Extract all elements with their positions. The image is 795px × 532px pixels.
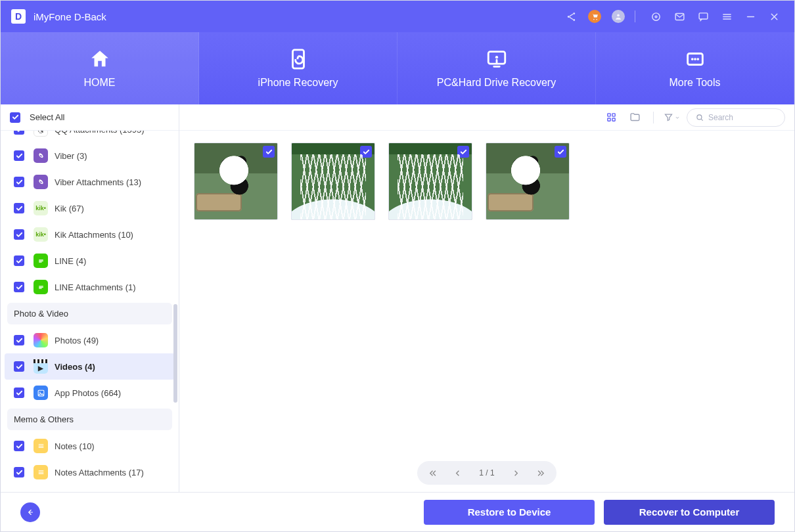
item-label: Photos (49) xyxy=(55,336,99,345)
item-checkbox[interactable] xyxy=(14,361,24,372)
tab-label: iPhone Recovery xyxy=(258,77,338,89)
notesatt-icon xyxy=(34,465,48,479)
select-all-checkbox[interactable] xyxy=(10,112,20,123)
sidebar-item[interactable]: Viber Attachments (13) xyxy=(1,169,179,195)
item-checkbox[interactable] xyxy=(14,282,24,292)
back-button[interactable] xyxy=(20,502,40,522)
avatar-icon[interactable] xyxy=(608,7,628,26)
tab-iphone-recovery[interactable]: iPhone Recovery xyxy=(199,32,398,104)
app-title: iMyFone D-Back xyxy=(34,11,106,22)
recover-to-computer-button[interactable]: Recover to Computer xyxy=(604,500,775,525)
mail-icon[interactable] xyxy=(670,7,689,26)
thumb-checkbox[interactable] xyxy=(457,146,469,158)
item-label: Notes Attachments (17) xyxy=(55,468,144,477)
home-icon xyxy=(89,48,111,70)
content-area: 1 / 1 xyxy=(179,104,794,492)
viber-icon xyxy=(34,148,48,163)
select-all-label: Select All xyxy=(30,112,64,122)
thumb-checkbox[interactable] xyxy=(263,146,275,158)
filter-icon[interactable] xyxy=(663,108,681,127)
sidebar-item[interactable]: kik•Kik (67) xyxy=(1,195,179,221)
titlebar: D iMyFone D-Back xyxy=(1,1,794,32)
pager-first-icon[interactable] xyxy=(425,466,440,480)
item-checkbox[interactable] xyxy=(14,335,24,345)
videos-icon: ▶ xyxy=(34,359,48,374)
sidebar-group-header: Memo & Others xyxy=(7,409,172,430)
item-checkbox[interactable] xyxy=(14,131,24,135)
minimize-icon[interactable] xyxy=(740,7,760,26)
item-checkbox[interactable] xyxy=(14,441,24,451)
sidebar-item[interactable]: LINE (4) xyxy=(1,248,179,274)
item-checkbox[interactable] xyxy=(14,255,24,266)
select-all-row[interactable]: Select All xyxy=(1,104,179,131)
feedback-icon[interactable] xyxy=(693,7,713,26)
item-label: Notes (10) xyxy=(55,441,95,451)
sidebar-item[interactable]: Photos (49) xyxy=(1,327,179,353)
sidebar: Select All 🐧QQ Attachments (1595)Viber (… xyxy=(1,104,179,492)
sidebar-item[interactable]: LINE Attachments (1) xyxy=(1,274,179,300)
sidebar-group-header: Photo & Video xyxy=(7,303,172,324)
sidebar-item[interactable]: ▶Videos (4) xyxy=(5,353,175,380)
pager-last-icon[interactable] xyxy=(534,466,549,480)
item-checkbox[interactable] xyxy=(14,177,24,187)
phone-icon xyxy=(287,48,309,70)
item-checkbox[interactable] xyxy=(14,388,24,398)
tab-more-tools[interactable]: More Tools xyxy=(596,32,794,104)
tab-pc-recovery[interactable]: PC&Hard Drive Recovery xyxy=(398,32,596,104)
item-checkbox[interactable] xyxy=(14,150,24,161)
pager-next-icon[interactable] xyxy=(509,466,524,480)
sidebar-item[interactable]: 🐧QQ Attachments (1595) xyxy=(1,131,179,143)
app-logo: D xyxy=(11,9,26,24)
thumb-checkbox[interactable] xyxy=(555,146,566,158)
item-label: App Photos (664) xyxy=(55,388,121,398)
sidebar-scroll[interactable]: 🐧QQ Attachments (1595)Viber (3)Viber Att… xyxy=(1,131,179,492)
cart-icon[interactable] xyxy=(585,7,604,26)
scrollbar-thumb[interactable] xyxy=(173,304,177,403)
tab-label: HOME xyxy=(84,77,116,89)
search-input[interactable] xyxy=(708,113,771,122)
qq-icon: 🐧 xyxy=(34,131,48,137)
kik-icon: kik• xyxy=(34,227,48,242)
grid-view-icon[interactable] xyxy=(602,108,620,127)
restore-to-device-button[interactable]: Restore to Device xyxy=(424,500,595,525)
tab-label: PC&Hard Drive Recovery xyxy=(437,77,556,89)
video-thumbnail[interactable] xyxy=(486,143,570,220)
video-thumbnail[interactable] xyxy=(194,143,278,220)
sidebar-item[interactable]: App Photos (664) xyxy=(1,380,179,406)
drive-icon xyxy=(486,48,508,70)
tab-home[interactable]: HOME xyxy=(1,32,199,104)
item-checkbox[interactable] xyxy=(14,203,24,213)
item-label: LINE Attachments (1) xyxy=(55,282,136,292)
search-box[interactable] xyxy=(687,108,785,127)
sidebar-item[interactable]: Notes Attachments (17) xyxy=(1,459,179,485)
app-window: D iMyFone D-Back HOME iPhone Recovery PC… xyxy=(0,0,795,532)
item-label: Kik (67) xyxy=(55,204,84,213)
menu-icon[interactable] xyxy=(717,7,737,26)
item-checkbox[interactable] xyxy=(14,229,24,240)
notes-icon xyxy=(34,439,48,453)
viber-icon xyxy=(34,175,48,189)
photos-icon xyxy=(34,333,48,347)
sidebar-item[interactable]: kik•Kik Attachments (10) xyxy=(1,221,179,248)
sidebar-item[interactable]: Notes (10) xyxy=(1,433,179,459)
thumb-checkbox[interactable] xyxy=(360,146,372,158)
thumbnail-grid xyxy=(179,131,794,454)
close-icon[interactable] xyxy=(764,7,784,26)
tab-label: More Tools xyxy=(670,77,721,89)
app-icon xyxy=(34,386,48,400)
settings-icon[interactable] xyxy=(646,7,666,26)
video-thumbnail[interactable] xyxy=(291,143,375,220)
line-icon xyxy=(34,254,48,268)
pager-prev-icon[interactable] xyxy=(450,466,465,480)
item-label: Kik Attachments (10) xyxy=(55,230,133,240)
video-thumbnail[interactable] xyxy=(388,143,472,220)
item-label: LINE (4) xyxy=(55,256,86,266)
content-toolbar xyxy=(179,104,794,131)
item-label: Videos (4) xyxy=(55,362,95,372)
folder-view-icon[interactable] xyxy=(625,108,644,127)
sidebar-item[interactable]: Viber (3) xyxy=(1,143,179,169)
item-label: Viber Attachments (13) xyxy=(55,177,141,187)
share-icon[interactable] xyxy=(561,7,581,26)
pager-label: 1 / 1 xyxy=(475,468,498,477)
item-checkbox[interactable] xyxy=(14,467,24,477)
